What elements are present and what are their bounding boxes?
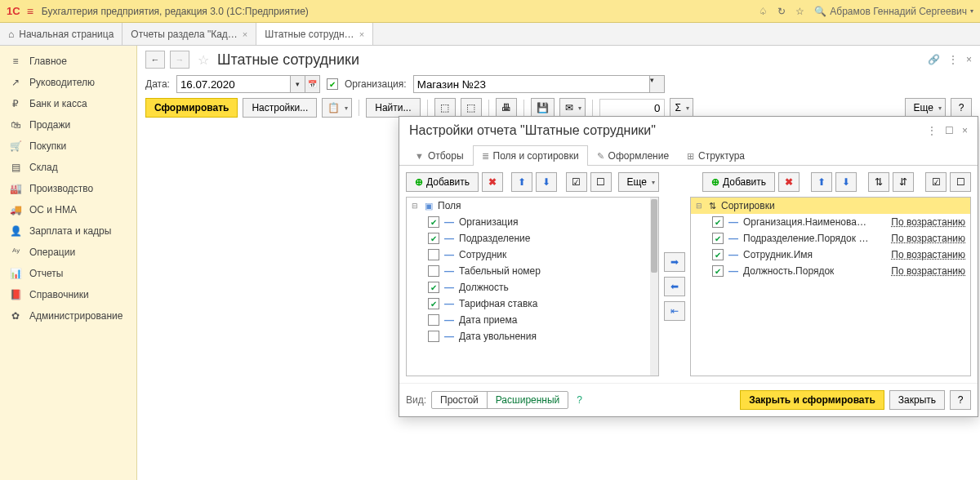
move-up-button[interactable]: ⬆ (511, 172, 532, 192)
sort-desc-button[interactable]: ⇵ (893, 172, 914, 192)
sort-direction[interactable]: По возрастанию (891, 265, 965, 277)
sidebar-item-5[interactable]: ▤Склад (0, 157, 136, 178)
sidebar-item-10[interactable]: 📊Отчеты (0, 263, 136, 284)
sort-row[interactable]: ✔ — Сотрудник.Имя По возрастанию (691, 247, 970, 263)
delete-field-button[interactable]: ✖ (482, 172, 503, 192)
close-icon[interactable]: × (359, 29, 364, 39)
view-simple-button[interactable]: Простой (432, 392, 488, 408)
sort-direction[interactable]: По возрастанию (891, 233, 965, 244)
delete-sort-button[interactable]: ✖ (778, 172, 800, 192)
field-row[interactable]: — Табельный номер (407, 263, 658, 279)
close-page-icon[interactable]: × (966, 54, 972, 65)
sidebar-item-0[interactable]: ≡Главное (0, 51, 136, 72)
tab-filters[interactable]: ▼Отборы (406, 145, 473, 166)
close-button[interactable]: Закрыть (889, 390, 945, 410)
move-down-button[interactable]: ⬇ (536, 172, 557, 192)
scrollbar[interactable] (650, 198, 658, 376)
collapse-icon[interactable]: ⊟ (412, 202, 420, 210)
org-checkbox[interactable]: ✔ (327, 78, 338, 90)
dialog-close-icon[interactable]: × (962, 125, 968, 136)
sort-checkbox[interactable]: ✔ (712, 265, 724, 277)
user-menu[interactable]: 🔍 Абрамов Геннадий Сергеевич ▾ (814, 6, 973, 17)
sort-checkbox[interactable]: ✔ (712, 216, 724, 228)
menu-icon[interactable]: ≡ (27, 5, 33, 18)
org-dropdown[interactable]: ▾ (650, 75, 665, 93)
field-row[interactable]: — Дата увольнения (407, 328, 658, 344)
sidebar-item-1[interactable]: ↗Руководителю (0, 72, 136, 93)
sort-direction[interactable]: По возрастанию (891, 216, 965, 228)
mail-button[interactable]: ✉▾ (559, 98, 586, 118)
sort-asc-button[interactable]: ⇅ (868, 172, 889, 192)
save-button[interactable]: 💾 (531, 98, 555, 118)
close-icon[interactable]: × (243, 29, 247, 39)
dialog-maximize-icon[interactable]: ☐ (945, 125, 954, 136)
copy-button[interactable]: 📋▾ (322, 98, 352, 118)
sigma-button[interactable]: Σ▾ (670, 98, 693, 118)
tab-home[interactable]: ⌂ Начальная страница (0, 23, 122, 45)
collapse-icon[interactable]: ⊟ (696, 202, 704, 210)
sort-uncheck-all-button[interactable]: ☐ (950, 172, 971, 192)
field-row[interactable]: — Сотрудник (407, 247, 658, 263)
generate-button[interactable]: Сформировать (145, 98, 238, 118)
print-button[interactable]: 🖶 (496, 98, 517, 118)
sort-row[interactable]: ✔ — Должность.Порядок По возрастанию (691, 263, 970, 279)
dialog-help-button[interactable]: ? (950, 390, 971, 410)
fields-more-button[interactable]: Еще▾ (618, 172, 659, 192)
sort-direction[interactable]: По возрастанию (891, 249, 965, 260)
star-icon[interactable]: ☆ (795, 6, 804, 17)
sidebar-item-4[interactable]: 🛒Покупки (0, 136, 136, 157)
field-checkbox[interactable] (428, 331, 439, 342)
tab-structure[interactable]: ⊞Структура (678, 145, 754, 166)
bell-icon[interactable]: ♤ (759, 6, 768, 17)
move-all-left-button[interactable]: ⇤ (664, 301, 685, 321)
sorts-list[interactable]: ⊟ ⇅ Сортировки ✔ — Организация.Наименова… (690, 197, 971, 376)
field-checkbox[interactable] (428, 265, 439, 277)
forward-button[interactable]: → (170, 51, 189, 69)
field-row[interactable]: — Дата приема (407, 312, 658, 328)
collapse-button[interactable]: ⬚ (461, 98, 482, 118)
close-generate-button[interactable]: Закрыть и сформировать (740, 390, 884, 410)
tab-staff[interactable]: Штатные сотрудн… × (256, 23, 373, 45)
field-checkbox[interactable] (428, 249, 439, 260)
calendar-icon[interactable]: 📅 (305, 75, 320, 93)
view-help-icon[interactable]: ? (577, 394, 582, 406)
tab-fields-sort[interactable]: ≣Поля и сортировки (473, 145, 588, 166)
sum-field[interactable] (599, 99, 665, 117)
field-checkbox[interactable] (428, 314, 439, 326)
org-input[interactable] (413, 75, 650, 93)
check-all-button[interactable]: ☑ (566, 172, 587, 192)
date-dropdown[interactable]: ▾ (291, 75, 305, 93)
more-icon[interactable]: ⋮ (948, 54, 958, 65)
sort-check-all-button[interactable]: ☑ (925, 172, 947, 192)
sidebar-item-7[interactable]: 🚚ОС и НМА (0, 199, 136, 220)
move-right-button[interactable]: ➡ (664, 252, 685, 272)
sidebar-item-12[interactable]: ✿Администрирование (0, 305, 136, 327)
history-icon[interactable]: ↻ (777, 6, 786, 17)
sidebar-item-6[interactable]: 🏭Производство (0, 178, 136, 199)
date-input[interactable] (176, 75, 291, 93)
settings-button[interactable]: Настройки... (243, 98, 317, 118)
fields-list[interactable]: ⊟ ▣ Поля ✔ — Организация ✔ — Подразделен… (406, 197, 659, 376)
field-row[interactable]: ✔ — Тарифная ставка (407, 296, 658, 312)
help-button[interactable]: ? (951, 98, 972, 118)
sort-checkbox[interactable]: ✔ (712, 249, 724, 260)
field-row[interactable]: ✔ — Должность (407, 279, 658, 296)
add-field-button[interactable]: ⊕ Добавить (406, 172, 479, 192)
field-row[interactable]: ✔ — Организация (407, 214, 658, 230)
field-row[interactable]: ✔ — Подразделение (407, 230, 658, 247)
sort-move-up-button[interactable]: ⬆ (811, 172, 832, 192)
view-advanced-button[interactable]: Расширенный (488, 392, 568, 408)
add-sort-button[interactable]: ⊕ Добавить (702, 172, 775, 192)
move-left-button[interactable]: ⬅ (664, 277, 685, 296)
sort-checkbox[interactable]: ✔ (712, 233, 724, 244)
tab-design[interactable]: ✎Оформление (588, 145, 678, 166)
back-button[interactable]: ← (145, 51, 165, 69)
dialog-more-icon[interactable]: ⋮ (927, 125, 937, 136)
find-button[interactable]: Найти... (366, 98, 420, 118)
field-checkbox[interactable]: ✔ (428, 282, 439, 293)
field-checkbox[interactable]: ✔ (428, 233, 439, 244)
expand-button[interactable]: ⬚ (434, 98, 456, 118)
sort-row[interactable]: ✔ — Подразделение.Порядок … По возрастан… (691, 230, 970, 247)
field-checkbox[interactable]: ✔ (428, 216, 439, 228)
uncheck-all-button[interactable]: ☐ (590, 172, 612, 192)
